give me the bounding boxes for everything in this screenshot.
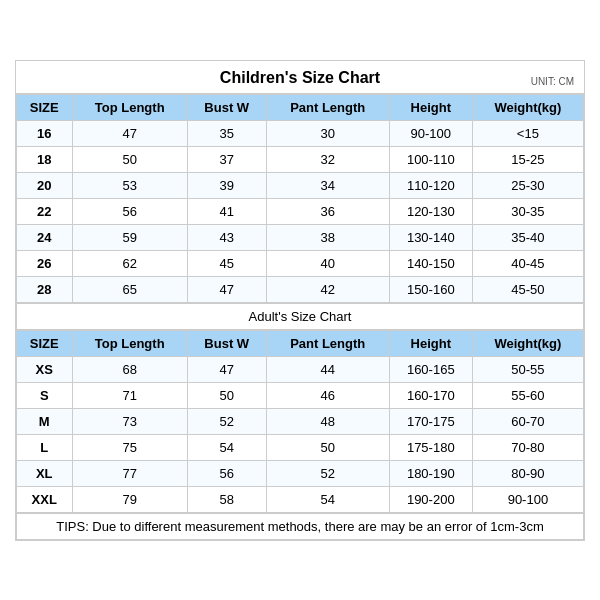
adult-col-height: Height bbox=[389, 330, 472, 356]
adult-chart-title: Adult's Size Chart bbox=[17, 303, 584, 329]
adult-cell-r3-c4: 175-180 bbox=[389, 434, 472, 460]
table-row: L755450175-18070-80 bbox=[17, 434, 584, 460]
children-cell-r0-c3: 30 bbox=[266, 120, 389, 146]
adult-cell-r4-c0: XL bbox=[17, 460, 73, 486]
table-row: 22564136120-13030-35 bbox=[17, 198, 584, 224]
adult-cell-r4-c2: 56 bbox=[187, 460, 266, 486]
children-cell-r5-c4: 140-150 bbox=[389, 250, 472, 276]
children-cell-r6-c4: 150-160 bbox=[389, 276, 472, 302]
children-chart-title: Children's Size Chart bbox=[220, 69, 380, 87]
adult-cell-r5-c4: 190-200 bbox=[389, 486, 472, 512]
adult-cell-r1-c2: 50 bbox=[187, 382, 266, 408]
children-cell-r5-c1: 62 bbox=[72, 250, 187, 276]
adult-section-title-row: Adult's Size Chart bbox=[17, 303, 584, 329]
children-cell-r0-c1: 47 bbox=[72, 120, 187, 146]
adult-cell-r0-c1: 68 bbox=[72, 356, 187, 382]
adult-cell-r3-c5: 70-80 bbox=[472, 434, 583, 460]
adult-cell-r2-c2: 52 bbox=[187, 408, 266, 434]
children-cell-r6-c1: 65 bbox=[72, 276, 187, 302]
adult-cell-r3-c0: L bbox=[17, 434, 73, 460]
children-cell-r4-c4: 130-140 bbox=[389, 224, 472, 250]
adult-cell-r5-c1: 79 bbox=[72, 486, 187, 512]
children-cell-r4-c1: 59 bbox=[72, 224, 187, 250]
children-cell-r5-c2: 45 bbox=[187, 250, 266, 276]
adult-cell-r0-c2: 47 bbox=[187, 356, 266, 382]
table-row: S715046160-17055-60 bbox=[17, 382, 584, 408]
adult-cell-r5-c5: 90-100 bbox=[472, 486, 583, 512]
size-chart-container: Children's Size Chart UNIT: CM SIZE Top … bbox=[15, 60, 585, 541]
adult-cell-r1-c3: 46 bbox=[266, 382, 389, 408]
adult-col-size: SIZE bbox=[17, 330, 73, 356]
children-cell-r2-c1: 53 bbox=[72, 172, 187, 198]
children-cell-r0-c0: 16 bbox=[17, 120, 73, 146]
tips-table: TIPS: Due to different measurement metho… bbox=[16, 513, 584, 540]
adult-table: SIZE Top Length Bust W Pant Length Heigh… bbox=[16, 330, 584, 513]
children-chart-title-row: Children's Size Chart UNIT: CM bbox=[16, 61, 584, 94]
children-cell-r4-c0: 24 bbox=[17, 224, 73, 250]
children-cell-r5-c3: 40 bbox=[266, 250, 389, 276]
children-cell-r1-c1: 50 bbox=[72, 146, 187, 172]
children-cell-r2-c0: 20 bbox=[17, 172, 73, 198]
children-cell-r6-c5: 45-50 bbox=[472, 276, 583, 302]
children-table: SIZE Top Length Bust W Pant Length Heigh… bbox=[16, 94, 584, 303]
adult-table-body: XS684744160-16550-55S715046160-17055-60M… bbox=[17, 356, 584, 512]
children-col-bust-w: Bust W bbox=[187, 94, 266, 120]
adult-cell-r3-c1: 75 bbox=[72, 434, 187, 460]
adult-cell-r0-c0: XS bbox=[17, 356, 73, 382]
children-col-weight: Weight(kg) bbox=[472, 94, 583, 120]
adult-header-row: SIZE Top Length Bust W Pant Length Heigh… bbox=[17, 330, 584, 356]
adult-col-weight: Weight(kg) bbox=[472, 330, 583, 356]
children-cell-r0-c5: <15 bbox=[472, 120, 583, 146]
children-cell-r2-c2: 39 bbox=[187, 172, 266, 198]
children-cell-r2-c4: 110-120 bbox=[389, 172, 472, 198]
tips-row: TIPS: Due to different measurement metho… bbox=[17, 513, 584, 539]
table-row: 26624540140-15040-45 bbox=[17, 250, 584, 276]
children-cell-r2-c5: 25-30 bbox=[472, 172, 583, 198]
adult-cell-r0-c5: 50-55 bbox=[472, 356, 583, 382]
children-cell-r1-c0: 18 bbox=[17, 146, 73, 172]
adult-col-top-length: Top Length bbox=[72, 330, 187, 356]
adult-cell-r2-c4: 170-175 bbox=[389, 408, 472, 434]
table-row: XS684744160-16550-55 bbox=[17, 356, 584, 382]
children-cell-r0-c4: 90-100 bbox=[389, 120, 472, 146]
children-cell-r1-c3: 32 bbox=[266, 146, 389, 172]
children-cell-r1-c5: 15-25 bbox=[472, 146, 583, 172]
adult-cell-r5-c3: 54 bbox=[266, 486, 389, 512]
children-cell-r6-c2: 47 bbox=[187, 276, 266, 302]
adult-cell-r0-c3: 44 bbox=[266, 356, 389, 382]
adult-cell-r2-c5: 60-70 bbox=[472, 408, 583, 434]
children-cell-r4-c3: 38 bbox=[266, 224, 389, 250]
table-row: M735248170-17560-70 bbox=[17, 408, 584, 434]
children-col-top-length: Top Length bbox=[72, 94, 187, 120]
adult-cell-r2-c0: M bbox=[17, 408, 73, 434]
children-header-row: SIZE Top Length Bust W Pant Length Heigh… bbox=[17, 94, 584, 120]
table-row: XL775652180-19080-90 bbox=[17, 460, 584, 486]
table-row: 1647353090-100<15 bbox=[17, 120, 584, 146]
children-cell-r3-c2: 41 bbox=[187, 198, 266, 224]
children-col-pant-length: Pant Length bbox=[266, 94, 389, 120]
children-cell-r1-c2: 37 bbox=[187, 146, 266, 172]
children-cell-r3-c5: 30-35 bbox=[472, 198, 583, 224]
unit-label: UNIT: CM bbox=[531, 76, 574, 87]
children-cell-r3-c4: 120-130 bbox=[389, 198, 472, 224]
adult-cell-r1-c1: 71 bbox=[72, 382, 187, 408]
adult-cell-r1-c5: 55-60 bbox=[472, 382, 583, 408]
adult-cell-r2-c1: 73 bbox=[72, 408, 187, 434]
adult-col-pant-length: Pant Length bbox=[266, 330, 389, 356]
children-cell-r3-c3: 36 bbox=[266, 198, 389, 224]
children-table-body: 1647353090-100<1518503732100-11015-25205… bbox=[17, 120, 584, 302]
table-row: XXL795854190-20090-100 bbox=[17, 486, 584, 512]
adult-title-table: Adult's Size Chart bbox=[16, 303, 584, 330]
table-row: 28654742150-16045-50 bbox=[17, 276, 584, 302]
adult-cell-r1-c4: 160-170 bbox=[389, 382, 472, 408]
adult-cell-r4-c4: 180-190 bbox=[389, 460, 472, 486]
children-cell-r6-c3: 42 bbox=[266, 276, 389, 302]
adult-cell-r0-c4: 160-165 bbox=[389, 356, 472, 382]
adult-cell-r4-c1: 77 bbox=[72, 460, 187, 486]
adult-cell-r3-c2: 54 bbox=[187, 434, 266, 460]
adult-cell-r4-c3: 52 bbox=[266, 460, 389, 486]
adult-cell-r5-c2: 58 bbox=[187, 486, 266, 512]
adult-cell-r1-c0: S bbox=[17, 382, 73, 408]
adult-cell-r5-c0: XXL bbox=[17, 486, 73, 512]
children-cell-r6-c0: 28 bbox=[17, 276, 73, 302]
